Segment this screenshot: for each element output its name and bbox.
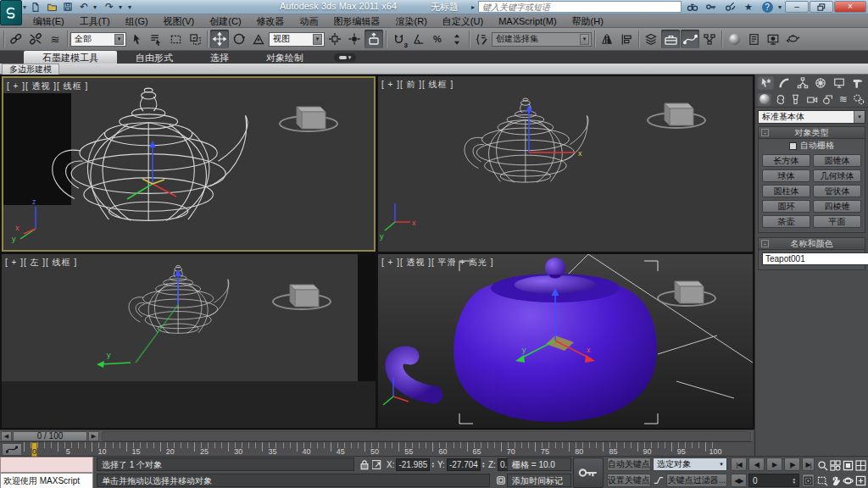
new-scene-icon[interactable] (29, 1, 42, 13)
ribbon-panel-polygon-modeling[interactable]: 多边形建模 (2, 64, 59, 75)
time-configuration-button[interactable] (802, 474, 815, 487)
cylinder-button[interactable]: 圆柱体 (762, 185, 810, 197)
named-selection-set-dropdown[interactable]: 创建选择集 ▾ (492, 32, 592, 47)
zoom-icon[interactable] (816, 458, 829, 473)
select-and-rotate-icon[interactable] (230, 30, 248, 48)
schematic-view-icon[interactable] (700, 30, 719, 48)
favorites-star-icon[interactable]: ★ (741, 1, 756, 13)
menu-rendering[interactable]: 渲染(R) (388, 14, 435, 28)
y-value-input[interactable] (447, 458, 481, 471)
category-cameras-icon[interactable] (804, 92, 820, 107)
mini-curve-editor-button[interactable] (2, 443, 22, 456)
maxscript-macro-recorder[interactable] (0, 457, 93, 473)
minimize-button[interactable]: – (785, 1, 809, 13)
menu-tools[interactable]: 工具(T) (72, 14, 118, 28)
category-shapes-icon[interactable] (773, 92, 788, 107)
search-input[interactable] (478, 1, 682, 13)
category-systems-icon[interactable] (851, 92, 866, 107)
current-frame-marker[interactable]: 0 (31, 442, 37, 457)
maximize-viewport-toggle-icon[interactable] (854, 473, 867, 488)
plane-button[interactable]: 平面 (813, 215, 861, 228)
tab-hierarchy-icon[interactable] (793, 75, 811, 91)
sign-in-key-icon[interactable] (704, 1, 719, 13)
key-mode-toggle-button[interactable]: ◀▶ (731, 474, 747, 487)
pyramid-button[interactable]: 四棱锥 (813, 200, 861, 213)
object-type-rollout-header[interactable]: - 对象类型 (759, 127, 865, 139)
search-expander-icon[interactable]: ▸ (471, 3, 475, 11)
time-slider-handle[interactable]: 0 / 100 (13, 431, 87, 441)
spinner-snap-icon[interactable] (448, 30, 466, 48)
undo-icon[interactable]: ↶ (77, 1, 91, 13)
restore-button[interactable] (810, 1, 833, 13)
redo-flyout-icon[interactable]: ▾ (119, 3, 125, 11)
zoom-all-icon[interactable] (829, 458, 842, 473)
zoom-extents-all-icon[interactable] (854, 458, 867, 473)
pan-hand-icon[interactable] (829, 473, 842, 488)
ribbon-tab-object-paint[interactable]: 对象绘制 (248, 51, 322, 64)
graphite-modeling-tools-toggle-icon[interactable] (661, 30, 680, 48)
viewport-label-bottom-right[interactable]: [ + ][ 透视 ][ 平滑 + 高光 ] (381, 257, 494, 269)
key-filters-button[interactable]: 关键点过滤器... (666, 474, 727, 487)
previous-frame-button[interactable]: ◀| (748, 458, 765, 471)
open-file-icon[interactable] (45, 1, 58, 13)
select-and-scale-icon[interactable] (249, 30, 268, 48)
reference-coordinate-dropdown[interactable]: 视图 ▾ (269, 32, 325, 47)
menu-edit[interactable]: 编辑(E) (25, 14, 72, 28)
time-tag-icon[interactable] (493, 474, 508, 487)
help-flyout-icon[interactable]: ▾ (778, 3, 782, 11)
auto-key-button[interactable]: 自动关键点 (607, 458, 651, 471)
orbit-icon[interactable] (842, 473, 854, 488)
communication-center-icon[interactable] (722, 1, 737, 13)
autogrid-checkbox[interactable] (789, 142, 797, 150)
category-lights-icon[interactable] (788, 92, 804, 107)
menu-create[interactable]: 创建(C) (202, 14, 248, 28)
ribbon-tab-freeform[interactable]: 自由形式 (117, 51, 192, 64)
absolute-mode-transform-icon[interactable] (370, 458, 385, 471)
tab-modify-icon[interactable] (776, 75, 793, 91)
percent-snap-icon[interactable]: % (428, 30, 447, 48)
application-menu-arrow-icon[interactable]: ▾ (23, 3, 26, 11)
set-key-button[interactable]: 设置关键点 (607, 474, 651, 487)
box-button[interactable]: 长方体 (762, 154, 810, 167)
viewport-bottom-right[interactable]: y x [ + ][ 透视 ][ 平滑 + 高光 ] (378, 254, 753, 428)
keyboard-shortcut-override-icon[interactable] (364, 30, 383, 48)
ribbon-minimize-button[interactable]: ▾ (334, 53, 356, 62)
use-pivot-point-icon[interactable] (326, 30, 344, 48)
undo-flyout-icon[interactable]: ▾ (93, 3, 100, 11)
go-to-start-button[interactable]: |◀ (731, 458, 747, 471)
go-to-end-button[interactable]: ▶| (802, 458, 815, 471)
viewcube[interactable] (648, 103, 705, 128)
material-editor-icon[interactable] (725, 30, 743, 48)
toolbar-customize-icon[interactable]: ▾ (128, 3, 135, 11)
selection-filter-dropdown[interactable]: 全部 ▾ (70, 32, 126, 47)
tab-utilities-icon[interactable] (849, 75, 866, 91)
viewcube[interactable] (280, 107, 337, 131)
select-object-icon[interactable] (127, 30, 146, 48)
time-slider-forward-icon[interactable]: ▶ (88, 431, 99, 441)
rendered-frame-window-icon[interactable] (764, 30, 782, 48)
rectangular-selection-region-icon[interactable] (166, 30, 185, 48)
zoom-extents-icon[interactable] (842, 458, 854, 473)
frame-spinner[interactable]: ▴▾ (793, 477, 795, 484)
tube-button[interactable]: 管状体 (813, 185, 861, 197)
key-filter-set-dropdown[interactable]: 选定对象 ▾ (653, 458, 727, 471)
angle-snap-icon[interactable] (409, 30, 427, 48)
close-button[interactable]: × (834, 1, 866, 13)
time-slider-back-icon[interactable]: ◀ (1, 431, 12, 441)
save-file-icon[interactable] (61, 1, 75, 13)
viewport-bottom-left[interactable]: y [ + ][ 左 ][ 线框 ] (2, 254, 376, 428)
menu-animation[interactable]: 动画 (292, 14, 326, 28)
search-binoculars-icon[interactable] (685, 1, 700, 13)
snap-toggle-3d-icon[interactable]: 3 (389, 30, 408, 48)
teapot-button[interactable]: 茶壶 (762, 215, 810, 228)
time-slider-track[interactable] (102, 431, 751, 441)
help-icon[interactable]: ? (760, 1, 775, 13)
category-helpers-icon[interactable] (820, 92, 835, 107)
maxscript-mini-listener[interactable]: 欢迎使用 MAXScript (0, 473, 93, 488)
viewport-label-top-right[interactable]: [ + ][ 前 ][ 线框 ] (381, 79, 453, 91)
x-value-input[interactable] (396, 458, 430, 471)
render-production-icon[interactable] (783, 30, 802, 48)
viewport-top-left[interactable]: z y x [ + ][ 透视 ][ 线框 ] (2, 76, 376, 252)
select-and-manipulate-icon[interactable] (345, 30, 364, 48)
tab-display-icon[interactable] (831, 75, 849, 91)
